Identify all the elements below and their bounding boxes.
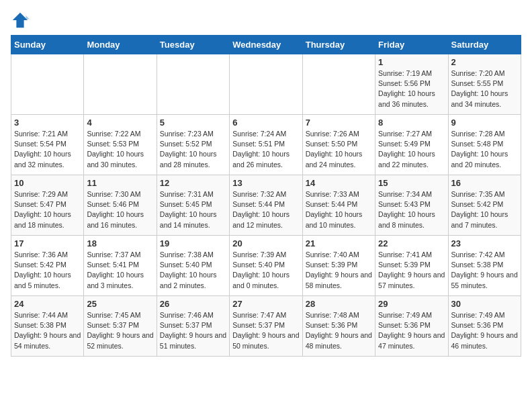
calendar-cell: 27Sunrise: 7:47 AM Sunset: 5:37 PM Dayli…: [230, 296, 302, 357]
day-number: 23: [451, 238, 518, 248]
day-number: 17: [14, 238, 81, 248]
day-number: 19: [160, 238, 226, 248]
calendar-cell: 2Sunrise: 7:20 AM Sunset: 5:55 PM Daylig…: [448, 54, 521, 115]
day-info: Sunrise: 7:30 AM Sunset: 5:46 PM Dayligh…: [87, 189, 153, 230]
calendar-cell: 19Sunrise: 7:38 AM Sunset: 5:40 PM Dayli…: [157, 236, 229, 296]
calendar-cell: 9Sunrise: 7:28 AM Sunset: 5:48 PM Daylig…: [448, 115, 521, 175]
calendar-cell: 26Sunrise: 7:46 AM Sunset: 5:37 PM Dayli…: [157, 296, 229, 357]
day-number: 15: [378, 178, 445, 188]
calendar-cell: 4Sunrise: 7:22 AM Sunset: 5:53 PM Daylig…: [84, 115, 157, 175]
day-info: Sunrise: 7:49 AM Sunset: 5:36 PM Dayligh…: [451, 310, 518, 351]
day-of-week-header: Friday: [375, 36, 448, 54]
calendar-week-row: 3Sunrise: 7:21 AM Sunset: 5:54 PM Daylig…: [11, 115, 521, 175]
calendar-week-row: 24Sunrise: 7:44 AM Sunset: 5:38 PM Dayli…: [11, 296, 521, 357]
day-number: 22: [378, 238, 445, 248]
day-info: Sunrise: 7:21 AM Sunset: 5:54 PM Dayligh…: [14, 129, 81, 170]
calendar-cell: 14Sunrise: 7:33 AM Sunset: 5:44 PM Dayli…: [302, 175, 375, 236]
day-number: 9: [451, 118, 518, 128]
day-info: Sunrise: 7:49 AM Sunset: 5:36 PM Dayligh…: [378, 310, 445, 351]
calendar-cell: 25Sunrise: 7:45 AM Sunset: 5:37 PM Dayli…: [84, 296, 157, 357]
day-number: 1: [378, 57, 445, 67]
day-info: Sunrise: 7:45 AM Sunset: 5:37 PM Dayligh…: [87, 310, 153, 351]
calendar-cell: 3Sunrise: 7:21 AM Sunset: 5:54 PM Daylig…: [11, 115, 84, 175]
calendar-cell: 24Sunrise: 7:44 AM Sunset: 5:38 PM Dayli…: [11, 296, 84, 357]
day-of-week-header: Wednesday: [230, 36, 302, 54]
day-number: 21: [306, 238, 372, 248]
day-number: 3: [14, 118, 81, 128]
day-info: Sunrise: 7:38 AM Sunset: 5:40 PM Dayligh…: [160, 250, 226, 291]
day-info: Sunrise: 7:27 AM Sunset: 5:49 PM Dayligh…: [378, 129, 445, 170]
calendar-cell: [157, 54, 229, 115]
day-info: Sunrise: 7:29 AM Sunset: 5:47 PM Dayligh…: [14, 189, 81, 230]
day-info: Sunrise: 7:46 AM Sunset: 5:37 PM Dayligh…: [160, 310, 226, 351]
calendar-cell: 11Sunrise: 7:30 AM Sunset: 5:46 PM Dayli…: [84, 175, 157, 236]
calendar-cell: 6Sunrise: 7:24 AM Sunset: 5:51 PM Daylig…: [230, 115, 302, 175]
calendar-cell: 17Sunrise: 7:36 AM Sunset: 5:42 PM Dayli…: [11, 236, 84, 296]
day-info: Sunrise: 7:23 AM Sunset: 5:52 PM Dayligh…: [160, 129, 226, 170]
day-info: Sunrise: 7:20 AM Sunset: 5:55 PM Dayligh…: [451, 68, 518, 109]
calendar-header-row: SundayMondayTuesdayWednesdayThursdayFrid…: [11, 36, 521, 54]
calendar-cell: 16Sunrise: 7:35 AM Sunset: 5:42 PM Dayli…: [448, 175, 521, 236]
calendar-cell: 12Sunrise: 7:31 AM Sunset: 5:45 PM Dayli…: [157, 175, 229, 236]
day-info: Sunrise: 7:41 AM Sunset: 5:39 PM Dayligh…: [378, 250, 445, 291]
calendar-cell: 8Sunrise: 7:27 AM Sunset: 5:49 PM Daylig…: [375, 115, 448, 175]
day-number: 6: [232, 118, 299, 128]
calendar-cell: 29Sunrise: 7:49 AM Sunset: 5:36 PM Dayli…: [375, 296, 448, 357]
calendar-cell: 1Sunrise: 7:19 AM Sunset: 5:56 PM Daylig…: [375, 54, 448, 115]
logo: [11, 11, 32, 30]
day-number: 20: [232, 238, 299, 248]
logo-icon: [11, 11, 30, 30]
calendar-cell: 15Sunrise: 7:34 AM Sunset: 5:43 PM Dayli…: [375, 175, 448, 236]
day-info: Sunrise: 7:35 AM Sunset: 5:42 PM Dayligh…: [451, 189, 518, 230]
day-number: 27: [232, 299, 299, 309]
calendar-cell: [230, 54, 302, 115]
day-info: Sunrise: 7:42 AM Sunset: 5:38 PM Dayligh…: [451, 250, 518, 291]
calendar-cell: [84, 54, 157, 115]
day-number: 30: [451, 299, 518, 309]
day-of-week-header: Sunday: [11, 36, 84, 54]
calendar-cell: 5Sunrise: 7:23 AM Sunset: 5:52 PM Daylig…: [157, 115, 229, 175]
day-number: 26: [160, 299, 226, 309]
day-of-week-header: Monday: [84, 36, 157, 54]
calendar-table: SundayMondayTuesdayWednesdayThursdayFrid…: [11, 35, 521, 357]
day-number: 5: [160, 118, 226, 128]
day-info: Sunrise: 7:48 AM Sunset: 5:36 PM Dayligh…: [306, 310, 372, 351]
day-info: Sunrise: 7:37 AM Sunset: 5:41 PM Dayligh…: [87, 250, 153, 291]
day-info: Sunrise: 7:19 AM Sunset: 5:56 PM Dayligh…: [378, 68, 445, 109]
day-info: Sunrise: 7:32 AM Sunset: 5:44 PM Dayligh…: [232, 189, 299, 230]
calendar-cell: 20Sunrise: 7:39 AM Sunset: 5:40 PM Dayli…: [230, 236, 302, 296]
day-info: Sunrise: 7:39 AM Sunset: 5:40 PM Dayligh…: [232, 250, 299, 291]
day-of-week-header: Saturday: [448, 36, 521, 54]
day-number: 8: [378, 118, 445, 128]
day-info: Sunrise: 7:28 AM Sunset: 5:48 PM Dayligh…: [451, 129, 518, 170]
calendar-cell: 30Sunrise: 7:49 AM Sunset: 5:36 PM Dayli…: [448, 296, 521, 357]
calendar-cell: [11, 54, 84, 115]
day-number: 7: [306, 118, 372, 128]
day-info: Sunrise: 7:26 AM Sunset: 5:50 PM Dayligh…: [306, 129, 372, 170]
calendar-week-row: 1Sunrise: 7:19 AM Sunset: 5:56 PM Daylig…: [11, 54, 521, 115]
calendar-week-row: 17Sunrise: 7:36 AM Sunset: 5:42 PM Dayli…: [11, 236, 521, 296]
page-header: [11, 11, 521, 30]
calendar-cell: 18Sunrise: 7:37 AM Sunset: 5:41 PM Dayli…: [84, 236, 157, 296]
day-number: 14: [306, 178, 372, 188]
day-number: 25: [87, 299, 153, 309]
calendar-cell: 21Sunrise: 7:40 AM Sunset: 5:39 PM Dayli…: [302, 236, 375, 296]
day-number: 18: [87, 238, 153, 248]
day-info: Sunrise: 7:22 AM Sunset: 5:53 PM Dayligh…: [87, 129, 153, 170]
day-info: Sunrise: 7:31 AM Sunset: 5:45 PM Dayligh…: [160, 189, 226, 230]
day-number: 11: [87, 178, 153, 188]
calendar-cell: 28Sunrise: 7:48 AM Sunset: 5:36 PM Dayli…: [302, 296, 375, 357]
day-info: Sunrise: 7:47 AM Sunset: 5:37 PM Dayligh…: [232, 310, 299, 351]
day-of-week-header: Thursday: [302, 36, 375, 54]
day-info: Sunrise: 7:24 AM Sunset: 5:51 PM Dayligh…: [232, 129, 299, 170]
day-number: 2: [451, 57, 518, 67]
day-info: Sunrise: 7:36 AM Sunset: 5:42 PM Dayligh…: [14, 250, 81, 291]
day-number: 4: [87, 118, 153, 128]
day-number: 10: [14, 178, 81, 188]
svg-marker-0: [13, 13, 28, 28]
day-of-week-header: Tuesday: [157, 36, 229, 54]
day-number: 12: [160, 178, 226, 188]
day-info: Sunrise: 7:40 AM Sunset: 5:39 PM Dayligh…: [306, 250, 372, 291]
day-number: 16: [451, 178, 518, 188]
calendar-cell: 23Sunrise: 7:42 AM Sunset: 5:38 PM Dayli…: [448, 236, 521, 296]
